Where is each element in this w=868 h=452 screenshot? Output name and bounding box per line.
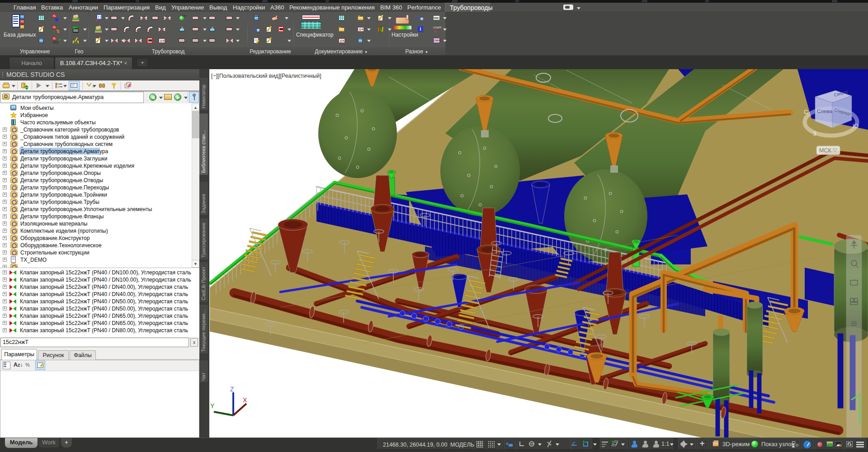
svg-text:X: X xyxy=(243,396,247,404)
svg-text:З: З xyxy=(813,130,816,137)
svg-text:Y: Y xyxy=(210,402,215,410)
svg-text:Z: Z xyxy=(230,386,234,393)
svg-text:Ю: Ю xyxy=(853,122,859,129)
svg-text:МСК: МСК xyxy=(819,147,831,154)
svg-text:[−][Пользовательский вид][Реал: [−][Пользовательский вид][Реалистичный] xyxy=(211,73,321,79)
svg-text:С: С xyxy=(804,108,808,115)
svg-text:Слева: Слева xyxy=(817,108,832,114)
